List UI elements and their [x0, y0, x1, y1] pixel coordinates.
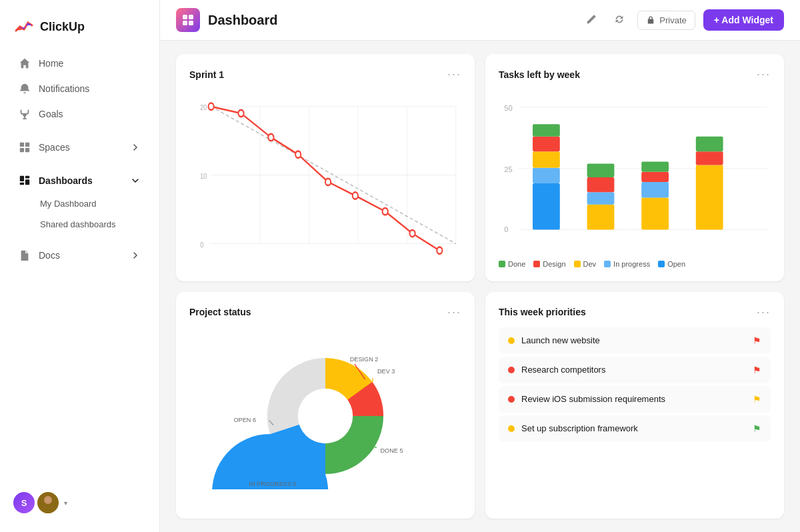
open-dot	[658, 261, 665, 267]
legend-in-progress: In progress	[604, 260, 650, 268]
priority-item-2: Research competitors ⚑	[499, 357, 771, 383]
pencil-icon	[585, 13, 597, 25]
legend-done: Done	[499, 260, 525, 268]
svg-point-10	[44, 496, 52, 504]
svg-rect-58	[696, 137, 723, 151]
priority-label-1: Launch new website	[521, 335, 746, 345]
legend-dev: Dev	[574, 260, 597, 268]
sidebar-item-shared-dashboards[interactable]: Shared dashboards	[5, 214, 154, 235]
sidebar-item-my-dashboard[interactable]: My Dashboard	[5, 193, 154, 214]
dashboard-grid: Sprint 1 ··· 20 10 0	[160, 41, 800, 532]
svg-rect-8	[25, 179, 29, 185]
svg-point-33	[353, 192, 358, 199]
priorities-widget-header: This week priorities ···	[499, 305, 771, 319]
legend-design-label: Design	[543, 260, 565, 268]
design-dot	[533, 261, 540, 267]
svg-rect-48	[587, 205, 615, 230]
svg-text:25: 25	[504, 165, 512, 173]
sprint-widget: Sprint 1 ··· 20 10 0	[176, 54, 475, 281]
svg-point-28	[209, 103, 214, 110]
pie-chart-wrapper: DEV 3 DESIGN 2 DONE 5 IN PROGRESS 5 OPEN…	[189, 343, 461, 489]
svg-rect-15	[189, 21, 193, 25]
refresh-button[interactable]	[609, 9, 629, 31]
priority-flag-4: ⚑	[753, 423, 761, 434]
edit-button[interactable]	[581, 9, 601, 31]
sidebar-item-home[interactable]: Home	[5, 51, 154, 76]
priority-dot-4	[508, 425, 515, 432]
dev-dot	[574, 261, 581, 267]
svg-text:IN PROGRESS 5: IN PROGRESS 5	[249, 481, 296, 488]
svg-rect-50	[587, 177, 615, 192]
user-avatar-photo	[37, 492, 59, 513]
home-icon	[19, 57, 31, 69]
svg-rect-14	[183, 21, 187, 25]
project-widget-menu[interactable]: ···	[447, 305, 461, 319]
tasks-widget-header: Tasks left by week ···	[499, 67, 771, 81]
svg-text:50: 50	[504, 104, 512, 112]
svg-rect-3	[25, 143, 29, 147]
sidebar-item-docs[interactable]: Docs	[5, 243, 154, 268]
tasks-widget-menu[interactable]: ···	[757, 67, 771, 81]
priority-item-3: Review iOS submission requirements ⚑	[499, 386, 771, 413]
pie-chart-container: DEV 3 DESIGN 2 DONE 5 IN PROGRESS 5 OPEN…	[189, 327, 461, 506]
svg-point-30	[268, 134, 273, 141]
sidebar-item-goals[interactable]: Goals	[5, 101, 154, 127]
private-badge[interactable]: Private	[637, 11, 695, 30]
sprint-widget-menu[interactable]: ···	[447, 67, 461, 81]
svg-point-32	[325, 179, 331, 185]
svg-rect-54	[641, 172, 669, 182]
svg-rect-47	[533, 124, 560, 136]
svg-point-31	[295, 151, 301, 158]
sidebar-item-spaces[interactable]: Spaces	[5, 135, 154, 160]
svg-rect-5	[25, 148, 29, 152]
priority-dot-3	[508, 396, 515, 403]
legend-dev-label: Dev	[583, 260, 597, 268]
sidebar-nav: Home Notifications Goals Spaces	[0, 51, 159, 268]
pie-chart-svg: DEV 3 DESIGN 2 DONE 5 IN PROGRESS 5 OPEN…	[189, 343, 461, 489]
legend-in-progress-label: In progress	[613, 260, 650, 268]
priority-dot-1	[508, 337, 515, 344]
grid-icon	[181, 13, 195, 27]
spaces-label: Spaces	[39, 142, 130, 153]
svg-line-61	[373, 378, 373, 382]
sidebar-footer[interactable]: S ▾	[0, 484, 159, 521]
svg-text:OPEN 6: OPEN 6	[234, 417, 257, 423]
svg-rect-43	[533, 183, 560, 229]
svg-rect-53	[641, 182, 669, 197]
svg-point-34	[383, 208, 388, 215]
svg-point-35	[409, 230, 415, 237]
priority-label-2: Research competitors	[521, 365, 746, 375]
legend-done-label: Done	[508, 260, 525, 268]
project-widget-header: Project status ···	[189, 305, 461, 319]
svg-text:10: 10	[200, 172, 207, 180]
priority-flag-3: ⚑	[753, 394, 761, 405]
svg-text:DONE 5: DONE 5	[381, 447, 403, 454]
legend-design: Design	[533, 260, 565, 268]
sprint-chart-area: 20 10 0	[189, 89, 461, 268]
bar-chart-area: 50 25 0	[499, 89, 771, 255]
sidebar-item-dashboards[interactable]: Dashboards	[5, 168, 154, 193]
tasks-widget-title: Tasks left by week	[499, 69, 757, 80]
svg-rect-13	[189, 15, 193, 19]
svg-rect-51	[587, 164, 615, 177]
sprint-widget-header: Sprint 1 ···	[189, 67, 461, 81]
priority-label-4: Set up subscription framework	[521, 423, 746, 433]
priority-dot-2	[508, 367, 515, 373]
legend-open: Open	[658, 260, 685, 268]
bar-chart-svg: 50 25 0	[499, 89, 771, 255]
docs-chevron-icon	[130, 250, 141, 261]
project-widget-title: Project status	[189, 307, 447, 317]
add-widget-button[interactable]: + Add Widget	[703, 9, 784, 31]
svg-point-29	[238, 110, 243, 117]
svg-rect-55	[641, 161, 669, 171]
svg-rect-56	[696, 165, 723, 230]
priority-list: Launch new website ⚑ Research competitor…	[499, 327, 771, 506]
priorities-widget-menu[interactable]: ···	[757, 305, 771, 319]
topbar: Dashboard Private + Add Widget	[160, 0, 800, 41]
sidebar-item-notifications[interactable]: Notifications	[5, 76, 154, 101]
user-chevron-icon: ▾	[64, 499, 67, 507]
refresh-icon	[613, 13, 625, 25]
tasks-by-week-widget: Tasks left by week ··· 50 25 0	[485, 54, 784, 281]
svg-rect-12	[183, 15, 187, 19]
priority-item-4: Set up subscription framework ⚑	[499, 415, 771, 442]
